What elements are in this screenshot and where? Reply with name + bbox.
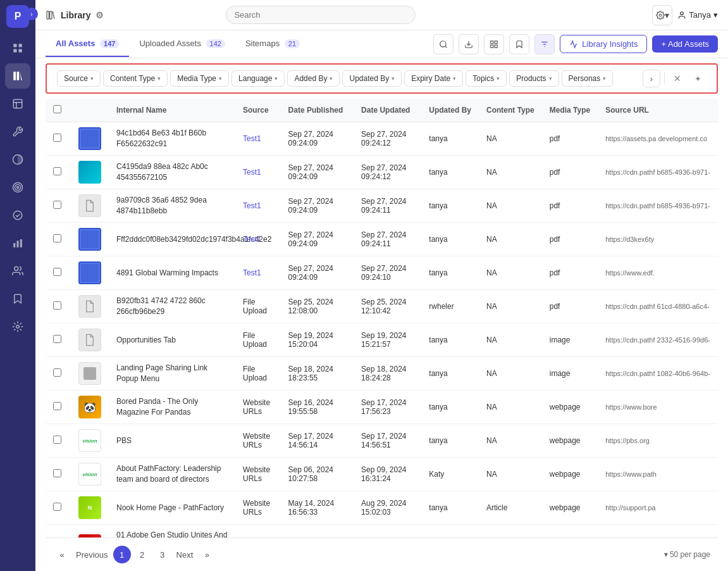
row-source-url: https://assets.pa development.co bbox=[598, 122, 718, 156]
sidebar-item-analytics[interactable] bbox=[5, 147, 30, 172]
first-page-btn[interactable]: « bbox=[53, 546, 71, 563]
user-name: Tanya bbox=[689, 10, 711, 20]
filter-btn[interactable] bbox=[534, 34, 555, 54]
row-checkbox[interactable] bbox=[53, 167, 61, 175]
col-internal-name[interactable]: Internal Name bbox=[109, 99, 235, 122]
tab-bar: All Assets 147 Uploaded Assets 142 Sitem… bbox=[35, 30, 728, 58]
row-content-type: NA bbox=[479, 424, 542, 458]
next-page-btn[interactable]: Next bbox=[174, 546, 196, 563]
tab-all-assets[interactable]: All Assets 147 bbox=[46, 31, 129, 57]
sidebar-item-circle[interactable] bbox=[5, 203, 30, 228]
svg-rect-20 bbox=[50, 11, 52, 19]
filter-nav-next[interactable]: › bbox=[643, 70, 660, 87]
filter-source[interactable]: Source ▾ bbox=[57, 70, 101, 87]
col-source[interactable]: Source bbox=[235, 99, 281, 122]
row-media-type: image bbox=[542, 357, 598, 391]
sidebar-item-misc[interactable] bbox=[5, 314, 30, 339]
filter-updated-by[interactable]: Updated By ▾ bbox=[342, 70, 402, 87]
row-content-type: NA bbox=[479, 357, 542, 391]
sidebar-item-bar-chart[interactable] bbox=[5, 230, 30, 256]
user-menu[interactable]: Tanya ▾ bbox=[677, 10, 718, 20]
row-checkbox[interactable] bbox=[53, 335, 61, 343]
row-checkbox-cell bbox=[46, 424, 71, 458]
row-checkbox[interactable] bbox=[53, 134, 61, 142]
filter-media-type[interactable]: Media Type ▾ bbox=[170, 70, 229, 87]
row-date-published: Sep 06, 2024 10:27:58 bbox=[281, 458, 354, 491]
col-source-url[interactable]: Source URL bbox=[598, 99, 718, 122]
row-checkbox[interactable] bbox=[53, 436, 61, 444]
svg-point-22 bbox=[681, 11, 684, 15]
sidebar-item-library[interactable] bbox=[5, 63, 30, 89]
page-1-btn[interactable]: 1 bbox=[113, 546, 131, 563]
last-page-btn[interactable]: » bbox=[198, 546, 216, 563]
user-chevron: ▾ bbox=[713, 10, 718, 20]
page-2-btn[interactable]: 2 bbox=[133, 546, 151, 563]
row-source: Website URLs bbox=[235, 391, 281, 424]
row-checkbox[interactable] bbox=[53, 234, 61, 242]
row-checkbox[interactable] bbox=[53, 201, 61, 209]
filter-added-by[interactable]: Added By ▾ bbox=[287, 70, 340, 87]
row-updated-by: tanya bbox=[421, 491, 479, 525]
row-thumbnail bbox=[71, 290, 109, 323]
settings-btn[interactable]: ▾ bbox=[652, 5, 672, 25]
col-content-type[interactable]: Content Type bbox=[479, 99, 542, 122]
settings-icon[interactable]: ⚙ bbox=[96, 10, 104, 20]
grid-view-btn[interactable] bbox=[484, 34, 504, 54]
row-thumbnail bbox=[71, 256, 109, 290]
row-thumbnail bbox=[71, 122, 109, 156]
filter-content-type[interactable]: Content Type ▾ bbox=[103, 70, 168, 87]
row-checkbox[interactable] bbox=[53, 402, 61, 410]
filter-clear-btn[interactable]: ✕ bbox=[669, 70, 686, 87]
svg-rect-15 bbox=[17, 241, 19, 248]
row-checkbox[interactable] bbox=[53, 301, 61, 310]
sidebar-toggle[interactable]: › bbox=[25, 8, 38, 20]
filter-topics[interactable]: Topics ▾ bbox=[466, 70, 507, 87]
row-checkbox-cell bbox=[46, 256, 71, 290]
download-btn[interactable] bbox=[459, 34, 479, 54]
row-checkbox[interactable] bbox=[53, 503, 61, 511]
row-checkbox[interactable] bbox=[53, 469, 61, 477]
sidebar-item-content[interactable] bbox=[5, 91, 30, 116]
sidebar-item-target[interactable] bbox=[5, 175, 30, 200]
filter-personas-label: Personas bbox=[569, 74, 601, 83]
sidebar-item-tools[interactable] bbox=[5, 119, 30, 144]
sidebar-item-dashboard[interactable] bbox=[5, 35, 30, 61]
library-insights-btn[interactable]: Library Insights bbox=[560, 35, 647, 53]
search-toggle-btn[interactable] bbox=[433, 34, 453, 54]
row-content-type: NA bbox=[479, 525, 542, 538]
sidebar-item-users[interactable] bbox=[5, 258, 30, 284]
bookmark-btn[interactable] bbox=[509, 34, 529, 54]
filter-magic-btn[interactable]: ✦ bbox=[689, 70, 706, 87]
row-date-updated: Sep 25, 2024 12:10:42 bbox=[354, 290, 421, 323]
filter-expiry-date[interactable]: Expiry Date ▾ bbox=[404, 70, 463, 87]
row-thumbnail: N bbox=[71, 491, 109, 525]
sidebar-item-bookmark[interactable] bbox=[5, 286, 30, 311]
table-row: 🐼 Bored Panda - The Only Magazine For Pa… bbox=[46, 391, 718, 424]
svg-line-24 bbox=[445, 46, 447, 47]
col-media-type[interactable]: Media Type bbox=[542, 99, 598, 122]
search-icon bbox=[439, 40, 448, 49]
row-updated-by: tanya bbox=[421, 424, 479, 458]
tab-sitemaps[interactable]: Sitemaps 21 bbox=[235, 31, 310, 57]
page-3-btn[interactable]: 3 bbox=[154, 546, 171, 563]
row-date-updated: Aug 23, 2024 10:30:53 bbox=[354, 525, 421, 538]
tab-uploaded-assets[interactable]: Uploaded Assets 142 bbox=[129, 31, 235, 57]
col-date-published[interactable]: Date Published bbox=[281, 99, 354, 122]
filter-personas[interactable]: Personas ▾ bbox=[562, 70, 614, 87]
per-page-selector[interactable]: ▾ 50 per page bbox=[664, 550, 710, 559]
col-date-updated[interactable]: Date Updated bbox=[354, 99, 421, 122]
filter-source-label: Source bbox=[64, 74, 88, 83]
row-updated-by: rwheler bbox=[421, 290, 479, 323]
row-checkbox[interactable] bbox=[53, 268, 61, 276]
row-content-type: NA bbox=[479, 156, 542, 189]
filter-language[interactable]: Language ▾ bbox=[231, 70, 285, 87]
select-all-checkbox[interactable] bbox=[53, 105, 61, 113]
prev-page-btn[interactable]: Previous bbox=[73, 546, 111, 563]
row-checkbox-cell bbox=[46, 323, 71, 357]
filter-products[interactable]: Products ▾ bbox=[509, 70, 558, 87]
add-assets-btn[interactable]: + Add Assets bbox=[652, 35, 718, 53]
search-input[interactable] bbox=[226, 6, 416, 24]
row-checkbox[interactable] bbox=[53, 368, 61, 377]
col-updated-by[interactable]: Updated By bbox=[421, 99, 479, 122]
row-date-updated: Sep 27, 2024 09:24:11 bbox=[354, 189, 421, 223]
